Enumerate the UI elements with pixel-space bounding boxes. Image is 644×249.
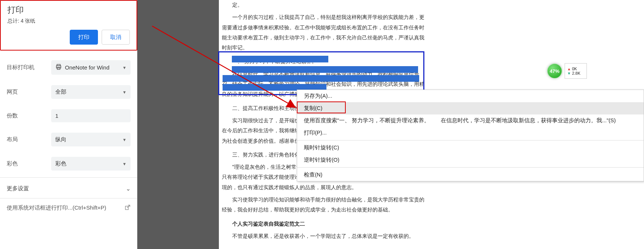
row-copies: 份数 1 [0, 104, 137, 127]
destination-value: OneNote for Wind [65, 64, 109, 71]
destination-label: 目标打印机 [7, 64, 51, 71]
copies-label: 份数 [7, 112, 51, 119]
chevron-down-icon: ▼ [122, 162, 126, 166]
layout-label: 布局 [7, 136, 51, 143]
para: 定。 [222, 0, 427, 10]
open-external-icon [125, 204, 131, 211]
row-color: 彩色 彩色 ▼ [0, 152, 137, 176]
para: 实习使我学习的理论知识能够和动手能力很好的结合融化，是我大学历程非常宝贵的经验，… [222, 195, 427, 215]
selection-highlight [223, 75, 419, 82]
ctx-copy[interactable]: 复制(C) [297, 102, 644, 114]
row-pages: 网页 全部 ▼ [0, 80, 137, 104]
print-total: 总计: 4 张纸 [7, 18, 130, 25]
chevron-down-icon: ⌄ [126, 185, 131, 192]
upload-icon: ▲ [567, 67, 571, 71]
selection-highlight [232, 66, 418, 73]
context-menu[interactable]: 另存为(A)... 复制(C) 使用百度搜索"一、 努力学习，不断提升理论素养。… [297, 90, 644, 181]
ctx-rotate-ccw[interactable]: 逆时针旋转(O) [297, 154, 644, 166]
chevron-down-icon: ▼ [122, 65, 126, 70]
print-button[interactable]: 打印 [70, 30, 98, 45]
color-value: 彩色 [55, 160, 66, 167]
cancel-button[interactable]: 取消 [102, 30, 130, 45]
ctx-inspect[interactable]: 检查(N) [297, 169, 644, 181]
row-destination: 目标打印机 OneNote for Wind ▼ [0, 55, 137, 80]
divider [0, 177, 137, 178]
copies-input[interactable]: 1 [51, 109, 131, 122]
system-dialog-label: 使用系统对话框进行打印...(Ctrl+Shift+P) [7, 204, 106, 211]
layout-value: 纵向 [55, 136, 66, 143]
chevron-down-icon: ▼ [122, 138, 126, 142]
print-panel: 打印 总计: 4 张纸 打印 取消 目标打印机 OneNote for Wind… [0, 0, 137, 249]
destination-dropdown[interactable]: OneNote for Wind ▼ [51, 60, 131, 75]
network-speed-widget[interactable]: ▲0K ▼2.8K [565, 63, 587, 79]
selection-highlight [232, 56, 328, 62]
para: 不管是硕果累累，还是收获甚小，一个学期过去了，总体来说是一定有收获的。 [222, 231, 427, 241]
bold-heading: 个人实习鉴定表自我鉴定范文二 [222, 219, 427, 229]
row-layout: 布局 纵向 ▼ [0, 127, 137, 152]
print-header: 打印 总计: 4 张纸 打印 取消 [0, 0, 137, 51]
ctx-rotate-cw[interactable]: 顺时针旋转(C) [297, 142, 644, 154]
more-settings-label: 更多设置 [7, 185, 29, 192]
para: 一个月的实习过程，让我提高了自己，特别是想我这样刚离开学校的实践能力差，更需要通… [222, 12, 427, 53]
svg-rect-4 [125, 206, 128, 210]
ctx-search[interactable]: 使用百度搜索"一、 努力学习，不断提升理论素养。 在信息时代，学习是不断地汲取新… [297, 114, 644, 127]
pages-label: 网页 [7, 88, 51, 96]
printer-icon [55, 64, 62, 71]
chevron-down-icon: ▼ [122, 90, 126, 94]
download-icon: ▼ [567, 71, 571, 75]
color-label: 彩色 [7, 160, 51, 167]
progress-badge[interactable]: 47% [547, 63, 562, 79]
ctx-print[interactable]: 打印(P)... [297, 127, 644, 139]
upload-speed: 0K [572, 67, 577, 71]
pages-dropdown[interactable]: 全部 ▼ [51, 85, 131, 99]
color-dropdown[interactable]: 彩色 ▼ [51, 157, 131, 171]
more-settings[interactable]: 更多设置 ⌄ [0, 179, 137, 198]
pages-value: 全部 [55, 88, 66, 96]
print-title: 打印 [7, 4, 130, 16]
system-dialog-link[interactable]: 使用系统对话框进行打印...(Ctrl+Shift+P) [0, 198, 137, 217]
download-speed: 2.8K [572, 71, 581, 75]
ctx-save-as[interactable]: 另存为(A)... [297, 90, 644, 102]
ctx-separator [297, 140, 644, 140]
ctx-separator [297, 167, 644, 168]
layout-dropdown[interactable]: 纵向 ▼ [51, 133, 131, 146]
